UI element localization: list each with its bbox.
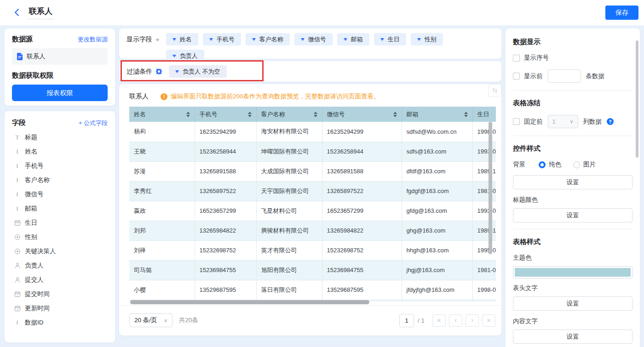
table-row[interactable]: 刘禅15232698752英才有限公司15232698752hhgh@163.c… bbox=[129, 240, 496, 260]
background-set-button[interactable]: 设置 bbox=[513, 175, 632, 189]
table-cell: 王晓 bbox=[129, 142, 195, 161]
last-page-button[interactable]: » bbox=[482, 314, 495, 327]
sort-arrows-icon[interactable] bbox=[314, 112, 317, 117]
field-item[interactable]: I微信号 bbox=[12, 187, 108, 201]
first-page-button[interactable]: « bbox=[432, 314, 446, 327]
show-first-prefix: 显示前 bbox=[524, 72, 543, 80]
field-item[interactable]: I手机号 bbox=[12, 159, 108, 173]
freeze-checkbox[interactable] bbox=[513, 118, 520, 125]
header-text-set-button[interactable]: 设置 bbox=[513, 296, 632, 311]
table-cell: dfdf@163.com bbox=[402, 161, 472, 181]
sort-arrows-icon[interactable] bbox=[248, 112, 252, 117]
table-row[interactable]: 小樱13529687595落日有限公司13529687595jfdyjfgh@1… bbox=[129, 280, 496, 300]
table-cell: 英才有限公司 bbox=[256, 240, 322, 260]
content-text-set-button[interactable]: 设置 bbox=[513, 330, 632, 344]
display-field-chip[interactable]: 客户名称 bbox=[246, 33, 290, 46]
vertical-scrollbar[interactable] bbox=[489, 122, 492, 254]
column-header[interactable]: 手机号 bbox=[195, 107, 256, 122]
page-title[interactable]: 联系人 bbox=[28, 6, 54, 19]
add-formula-field-link[interactable]: + 公式字段 bbox=[79, 119, 108, 127]
display-field-chip[interactable]: 微信号 bbox=[294, 33, 333, 46]
column-header[interactable]: 微信号 bbox=[322, 107, 402, 122]
chip-label: 负责人 bbox=[180, 52, 198, 60]
display-field-chip[interactable]: 生日 bbox=[374, 33, 406, 46]
help-icon[interactable]: ? bbox=[607, 118, 614, 125]
table-row[interactable]: 嬴政16523657299飞星材料公司16523657299gfdg@163.c… bbox=[129, 201, 496, 221]
page-number-input[interactable]: 1 bbox=[399, 314, 414, 327]
column-label: 姓名 bbox=[134, 110, 146, 119]
chevron-down-icon: ∨ bbox=[164, 318, 167, 324]
image-radio[interactable] bbox=[573, 161, 580, 168]
sort-arrows-icon[interactable] bbox=[464, 112, 468, 117]
back-icon[interactable] bbox=[13, 8, 21, 17]
save-button[interactable]: 保存 bbox=[605, 6, 638, 20]
field-item-label: 邮箱 bbox=[25, 205, 37, 213]
sort-arrows-icon[interactable] bbox=[393, 112, 397, 117]
add-display-field-button[interactable]: + bbox=[155, 35, 160, 43]
display-field-chip[interactable]: 性别 bbox=[411, 33, 443, 46]
settings-panel: 数据显示 显示序号 显示前 条数据 表格冻结 固定前 1 ∨ 列数据 ? 控件样… bbox=[506, 28, 640, 347]
field-item[interactable]: 性别 bbox=[12, 230, 108, 244]
column-label: 手机号 bbox=[200, 110, 218, 119]
field-item[interactable]: I数据ID bbox=[12, 315, 108, 330]
sort-arrows-icon[interactable] bbox=[186, 112, 190, 117]
field-item[interactable]: 关键决策人 bbox=[12, 244, 108, 258]
field-item[interactable]: 7提交时间 bbox=[12, 287, 108, 301]
display-field-chip[interactable]: 负责人 bbox=[166, 50, 204, 62]
solid-color-radio[interactable] bbox=[539, 161, 546, 168]
field-item[interactable]: I邮箱 bbox=[12, 201, 108, 216]
column-header[interactable]: 生日 bbox=[472, 107, 496, 122]
column-header[interactable]: 姓名 bbox=[129, 107, 195, 122]
field-item-label: 负责人 bbox=[25, 262, 44, 270]
filter-condition-chip[interactable]: 负责人 不为空 bbox=[169, 65, 227, 78]
table-cell: 嬴政 bbox=[129, 201, 195, 221]
table-cell: 落日有限公司 bbox=[256, 280, 322, 300]
table-cell: 13265984822 bbox=[322, 221, 402, 240]
report-permission-button[interactable]: 报表权限 bbox=[12, 85, 108, 101]
table-row[interactable]: 王晓15236258944坤曜国际有限公司15236258944sdfs@163… bbox=[129, 142, 496, 161]
table-cell: 15232698752 bbox=[322, 240, 402, 260]
field-item[interactable]: 负责人 bbox=[12, 258, 108, 273]
page-size-select[interactable]: 20 条/页 ∨ bbox=[129, 313, 172, 327]
page-size-value: 20 条/页 bbox=[134, 316, 157, 324]
theme-color-picker[interactable] bbox=[513, 266, 632, 279]
table-cell: 16523657299 bbox=[322, 201, 402, 221]
chip-label: 邮箱 bbox=[351, 35, 363, 44]
table-row[interactable]: 苏漫13265891588大成国际有限公司13265891588dfdf@163… bbox=[129, 161, 496, 181]
sort-order-button[interactable] bbox=[489, 84, 501, 97]
prev-page-button[interactable]: ‹ bbox=[449, 314, 462, 327]
notice: ! 编辑界面只取数据源前200条作为查询数据预览，完整数据请访问页面查看。 bbox=[161, 92, 380, 101]
field-item[interactable]: 7更新时间 bbox=[12, 301, 108, 315]
app: { "topbar": { "title": "联系人", "save_labe… bbox=[0, 0, 644, 347]
display-field-chip[interactable]: 邮箱 bbox=[337, 33, 369, 46]
show-first-count-input[interactable] bbox=[548, 69, 581, 83]
show-first-checkbox[interactable] bbox=[513, 73, 520, 80]
field-item[interactable]: I客户名称 bbox=[12, 173, 108, 187]
table-row[interactable]: 刘邦13265984822腾骏材料有限公司13265984822ghg@163.… bbox=[129, 221, 496, 240]
title-color-set-button[interactable]: 设置 bbox=[513, 208, 632, 222]
table-cell: 15236984755 bbox=[195, 260, 256, 280]
background-label: 背景 bbox=[513, 160, 539, 169]
table-row[interactable]: 司马懿15236984755旭阳有限公司15236984755jhgj@163.… bbox=[129, 260, 496, 280]
field-item[interactable]: T标题 bbox=[12, 130, 108, 144]
theme-color-swatch bbox=[515, 268, 631, 277]
field-item[interactable]: I姓名 bbox=[12, 144, 108, 159]
field-item[interactable]: 提交人 bbox=[12, 273, 108, 287]
display-field-chip[interactable]: 手机号 bbox=[203, 33, 241, 46]
change-datasource-link[interactable]: 更改数据源 bbox=[78, 35, 108, 44]
horizontal-scrollbar[interactable] bbox=[130, 300, 369, 304]
datasource-item[interactable]: 联系人 bbox=[12, 48, 108, 65]
chevron-down-icon bbox=[252, 38, 256, 41]
column-header[interactable]: 邮箱 bbox=[402, 107, 472, 122]
next-page-button[interactable]: › bbox=[466, 314, 479, 327]
gear-icon[interactable] bbox=[155, 68, 162, 75]
field-item[interactable]: 7生日 bbox=[12, 216, 108, 230]
table-row[interactable]: 李秀红13265897522天宇国际有限公司13265897522fgdgf@1… bbox=[129, 181, 496, 201]
show-index-checkbox[interactable] bbox=[513, 55, 520, 62]
column-header[interactable]: 客户名称 bbox=[256, 107, 322, 122]
table-cell: 李秀红 bbox=[129, 181, 195, 201]
display-field-chip[interactable]: 姓名 bbox=[166, 33, 198, 46]
freeze-count-select[interactable]: 1 ∨ bbox=[548, 115, 578, 128]
settings-scrollbar[interactable] bbox=[636, 40, 638, 158]
table-row[interactable]: 杨莉16235294299海安材料有限公司16235294299sdfsd@Wo… bbox=[129, 122, 496, 142]
